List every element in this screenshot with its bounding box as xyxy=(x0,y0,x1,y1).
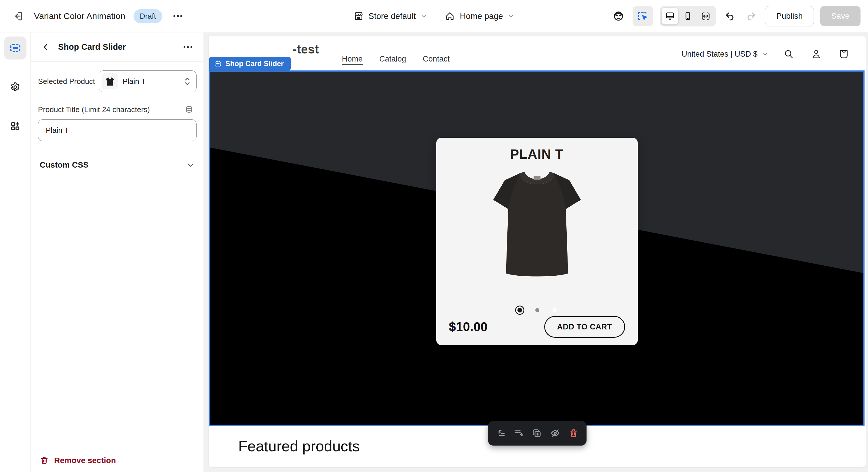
move-up-icon xyxy=(496,428,506,438)
inspect-sections-button[interactable] xyxy=(632,6,653,26)
duplicate-section-button[interactable] xyxy=(532,428,542,438)
store-name-partial[interactable]: -test xyxy=(293,42,319,56)
undo-button[interactable] xyxy=(722,9,737,24)
topbar-more-button[interactable] xyxy=(170,13,185,20)
more-icon xyxy=(183,46,193,48)
more-icon xyxy=(172,14,184,18)
locale-label: United States | USD $ xyxy=(682,50,757,59)
nav-contact-link[interactable]: Contact xyxy=(423,55,450,64)
dynamic-source-icon xyxy=(184,105,194,114)
desktop-preview-button[interactable] xyxy=(662,8,678,25)
save-button[interactable]: Save xyxy=(820,6,861,26)
slider-dot[interactable] xyxy=(535,308,539,312)
section-label-text: Shop Card Slider xyxy=(225,60,284,68)
panel-divider xyxy=(31,177,204,177)
product-title-input[interactable] xyxy=(38,119,196,141)
status-badge: Draft xyxy=(133,9,162,23)
product-image xyxy=(485,166,589,281)
fullscreen-icon xyxy=(701,11,711,21)
home-icon xyxy=(445,11,455,21)
delete-section-button[interactable] xyxy=(568,428,579,438)
move-down-icon xyxy=(514,428,524,438)
shop-card-slider-section[interactable]: PLAIN T $10.00 ADD TO CART xyxy=(209,70,865,426)
panel-back-button[interactable] xyxy=(40,41,52,53)
storefront-nav: Home Catalog Contact xyxy=(342,55,450,64)
sections-icon xyxy=(214,60,222,68)
slider-dots xyxy=(518,308,557,312)
sections-icon xyxy=(9,42,22,54)
tshirt-thumb-icon xyxy=(103,75,116,88)
section-actions-toolbar xyxy=(488,421,587,445)
slider-dot[interactable] xyxy=(553,308,557,312)
custom-css-label: Custom CSS xyxy=(40,160,89,170)
nav-home-link[interactable]: Home xyxy=(342,55,363,64)
cart-icon xyxy=(838,48,849,60)
undo-icon xyxy=(724,10,736,22)
nav-catalog-link[interactable]: Catalog xyxy=(379,55,406,64)
gear-icon xyxy=(9,81,21,93)
account-icon xyxy=(810,48,822,60)
remove-section-button[interactable]: Remove section xyxy=(40,456,116,465)
chevron-down-icon xyxy=(421,13,427,20)
chevron-down-icon xyxy=(762,51,768,57)
back-chevron-icon xyxy=(41,43,50,52)
exit-editor-button[interactable] xyxy=(10,8,26,24)
product-card-title: PLAIN T xyxy=(436,146,638,162)
product-price: $10.00 xyxy=(449,319,488,334)
featured-products-heading: Featured products xyxy=(238,438,360,455)
storefront-preview-canvas: -test Home Catalog Contact United States… xyxy=(209,36,866,467)
preview-persona-button[interactable] xyxy=(611,8,626,24)
rail-theme-settings-tab[interactable] xyxy=(4,76,27,99)
store-context-selector[interactable]: Store default xyxy=(353,11,427,21)
panel-footer: Remove section xyxy=(31,449,204,472)
product-title-label: Product Title (Limit 24 characters) xyxy=(38,105,150,114)
move-section-up-button[interactable] xyxy=(496,428,506,438)
publish-button[interactable]: Publish xyxy=(765,6,814,26)
desktop-icon xyxy=(665,11,675,21)
persona-icon xyxy=(613,10,624,22)
product-thumbnail xyxy=(102,73,118,90)
theme-title: Variant Color Animation xyxy=(34,11,125,21)
remove-section-label: Remove section xyxy=(54,456,116,465)
search-icon xyxy=(783,48,794,60)
rail-apps-tab[interactable] xyxy=(4,115,27,138)
redo-icon xyxy=(745,10,757,22)
page-context-label: Home page xyxy=(460,11,503,21)
storefront-account-button[interactable] xyxy=(809,46,824,62)
updown-icon xyxy=(184,76,191,86)
section-settings-panel: Shop Card Slider Selected Product Plain … xyxy=(31,32,204,472)
selected-product-select[interactable]: Plain T xyxy=(99,70,196,92)
chevron-down-icon xyxy=(186,161,195,169)
hide-section-button[interactable] xyxy=(550,428,561,439)
panel-title: Shop Card Slider xyxy=(58,42,175,52)
move-section-down-button[interactable] xyxy=(514,428,524,438)
mobile-preview-button[interactable] xyxy=(680,8,696,25)
storefront-cart-button[interactable] xyxy=(836,46,851,62)
locale-selector[interactable]: United States | USD $ xyxy=(682,50,768,59)
apps-icon xyxy=(9,120,21,132)
topbar-center-divider xyxy=(436,8,436,24)
custom-css-collapsible[interactable]: Custom CSS xyxy=(31,153,204,177)
device-preview-segmented xyxy=(660,6,716,27)
rail-sections-tab[interactable] xyxy=(4,36,27,60)
section-label-badge[interactable]: Shop Card Slider xyxy=(209,57,291,71)
dynamic-source-button[interactable] xyxy=(184,105,194,114)
panel-more-button[interactable] xyxy=(181,44,195,50)
panel-header: Shop Card Slider xyxy=(31,32,204,62)
inspect-icon xyxy=(637,10,649,22)
redo-button[interactable] xyxy=(744,9,758,24)
hide-icon xyxy=(550,428,561,439)
selected-product-value: Plain T xyxy=(123,77,179,86)
product-card: PLAIN T $10.00 ADD TO CART xyxy=(436,138,638,345)
editor-icon-rail xyxy=(0,32,31,472)
storefront-search-button[interactable] xyxy=(781,46,796,62)
add-to-cart-button[interactable]: ADD TO CART xyxy=(544,316,625,338)
duplicate-icon xyxy=(532,428,542,438)
fullscreen-preview-button[interactable] xyxy=(698,8,714,25)
mobile-icon xyxy=(683,11,693,21)
exit-icon xyxy=(12,10,24,22)
page-context-selector[interactable]: Home page xyxy=(445,11,515,21)
delete-icon xyxy=(568,428,579,438)
slider-dot-active[interactable] xyxy=(518,308,522,312)
storefront-icon xyxy=(353,11,364,21)
